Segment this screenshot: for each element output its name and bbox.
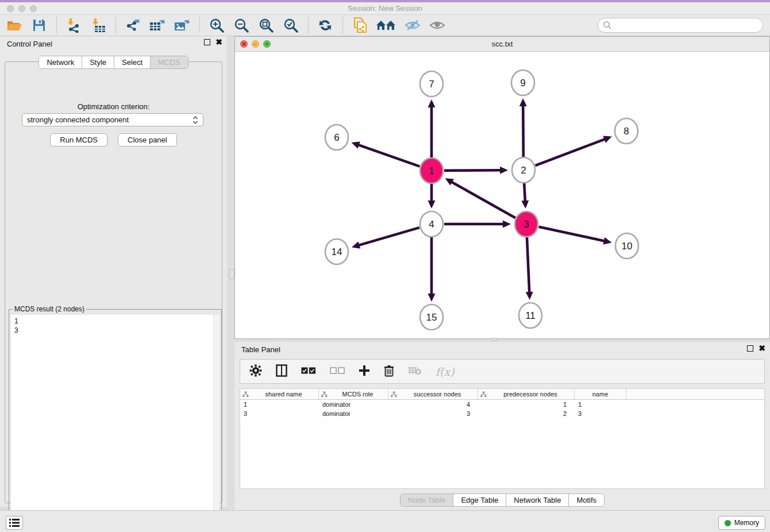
graph-node-label: 15: [426, 312, 437, 323]
table-cell[interactable]: 3: [240, 409, 319, 418]
graph-edge-1-6[interactable]: [358, 145, 419, 167]
column-settings-icon[interactable]: [276, 364, 287, 379]
table-cell[interactable]: 3: [388, 409, 478, 418]
attribute-tree-icon: [242, 391, 249, 398]
mcds-result-list[interactable]: 13: [11, 315, 220, 522]
zoom-selected-icon[interactable]: [282, 17, 299, 34]
float-table-panel-icon[interactable]: [747, 345, 753, 352]
vertical-splitter-handle[interactable]: [229, 269, 234, 279]
window-minimize-button[interactable]: [18, 5, 25, 12]
table-cell[interactable]: 1: [575, 400, 626, 409]
export-table-icon[interactable]: [149, 17, 166, 34]
tab-style[interactable]: Style: [82, 56, 114, 68]
close-table-panel-icon[interactable]: ✖: [759, 345, 765, 352]
table-panel: Table Panel ✖: [234, 342, 770, 510]
search-field[interactable]: [598, 18, 763, 33]
zoom-in-icon[interactable]: [208, 17, 225, 34]
table-cell[interactable]: 1: [478, 400, 575, 409]
graph-edge-arrowhead: [500, 167, 508, 174]
column-header-name[interactable]: name: [575, 389, 626, 399]
delete-row-trash-icon[interactable]: [384, 364, 394, 379]
settings-gear-icon[interactable]: [249, 364, 262, 379]
horizontal-splitter-handle[interactable]: [491, 338, 498, 341]
status-bar: Memory: [0, 510, 770, 532]
column-header-shared-name[interactable]: shared name: [240, 389, 319, 399]
run-mcds-button[interactable]: Run MCDS: [50, 133, 107, 147]
home-icon[interactable]: [376, 17, 396, 34]
task-history-button[interactable]: [6, 516, 23, 530]
tab-network[interactable]: Network: [39, 56, 82, 68]
table-row[interactable]: 1dominator411: [240, 400, 764, 409]
window-close-button[interactable]: [7, 5, 14, 12]
result-scrollbar[interactable]: [213, 315, 220, 522]
zoom-fit-icon[interactable]: [257, 17, 275, 34]
export-network-icon[interactable]: [124, 17, 141, 34]
network-maximize-button[interactable]: +: [263, 40, 271, 48]
graph-edge-3-11[interactable]: [527, 237, 529, 293]
graph-edge-arrowhead: [428, 99, 436, 107]
attribute-tree-icon: [391, 391, 397, 398]
close-panel-icon[interactable]: ✖: [215, 39, 222, 45]
deselect-all-icon[interactable]: [330, 367, 345, 377]
network-minimize-button[interactable]: −: [252, 40, 259, 48]
save-icon[interactable]: [30, 17, 48, 34]
table-cell[interactable]: 4: [388, 400, 478, 409]
export-image-icon[interactable]: [174, 17, 191, 34]
network-from-file-icon[interactable]: [351, 17, 368, 34]
list-icon: [9, 519, 20, 527]
column-header-predecessor-nodes[interactable]: predecessor nodes: [478, 389, 575, 399]
graph-edge-2-8[interactable]: [536, 139, 606, 165]
zoom-out-icon[interactable]: [233, 17, 250, 34]
graph-edge-2-9[interactable]: [523, 105, 523, 157]
graph-edge-arrowhead: [428, 294, 436, 302]
memory-button[interactable]: Memory: [718, 516, 765, 530]
show-all-eye-icon[interactable]: [429, 17, 446, 34]
select-all-icon[interactable]: [301, 367, 316, 377]
node-table: shared nameMCDS rolesuccessor nodesprede…: [240, 388, 765, 489]
control-panel-title: Control Panel: [7, 40, 52, 48]
tab-mcds[interactable]: MCDS: [151, 56, 187, 68]
graph-edge-1-2[interactable]: [444, 170, 501, 171]
network-window-titlebar: ✕ − + scc.txt: [235, 37, 769, 52]
tab-edge-table[interactable]: Edge Table: [453, 494, 506, 506]
graph-edge-3-10[interactable]: [538, 227, 605, 241]
tab-node-table[interactable]: Node Table: [401, 494, 454, 506]
table-cell[interactable]: dominator: [319, 409, 388, 418]
refresh-icon[interactable]: [317, 17, 334, 34]
open-folder-icon[interactable]: [6, 17, 23, 34]
app-title: Session: New Session: [0, 2, 770, 15]
control-panel-tabs: NetworkStyleSelectMCDS: [0, 56, 227, 69]
window-zoom-button[interactable]: [30, 5, 37, 12]
graph-node-label: 3: [523, 219, 529, 230]
table-row[interactable]: 3dominator323: [240, 409, 764, 418]
table-cell[interactable]: 1: [240, 400, 319, 409]
graph-node-label: 11: [525, 310, 536, 321]
network-canvas[interactable]: 7968124314101511: [235, 52, 769, 338]
graph-edge-4-14[interactable]: [358, 228, 419, 245]
table-header-row: shared nameMCDS rolesuccessor nodesprede…: [240, 389, 764, 400]
table-cell[interactable]: 2: [478, 409, 575, 418]
add-row-icon[interactable]: [359, 365, 370, 379]
graph-edge-arrowhead: [503, 221, 511, 228]
table-cell[interactable]: 3: [575, 409, 626, 418]
hide-selected-eye-icon[interactable]: [404, 17, 421, 34]
import-table-icon[interactable]: [90, 17, 107, 34]
mcds-result-line: 3: [11, 326, 220, 335]
tab-network-table[interactable]: Network Table: [506, 494, 569, 506]
network-close-button[interactable]: ✕: [240, 40, 248, 48]
column-header-successor-nodes[interactable]: successor nodes: [388, 389, 478, 399]
table-toolbar: f(x): [240, 359, 765, 384]
graph-edge-3-1[interactable]: [451, 182, 515, 218]
float-panel-icon[interactable]: [204, 39, 210, 45]
tab-select[interactable]: Select: [114, 56, 151, 68]
column-header-MCDS-role[interactable]: MCDS role: [319, 389, 388, 399]
search-input[interactable]: [612, 20, 763, 31]
import-network-icon[interactable]: [65, 17, 82, 34]
close-panel-button[interactable]: Close panel: [118, 133, 177, 147]
tab-motifs[interactable]: Motifs: [569, 494, 604, 506]
criterion-dropdown[interactable]: strongly connected component: [22, 113, 203, 126]
graph-edge-2-3[interactable]: [524, 183, 525, 202]
table-cell[interactable]: dominator: [319, 400, 388, 409]
graph-node-label: 8: [623, 126, 629, 137]
toolbar-separator: [199, 17, 200, 33]
